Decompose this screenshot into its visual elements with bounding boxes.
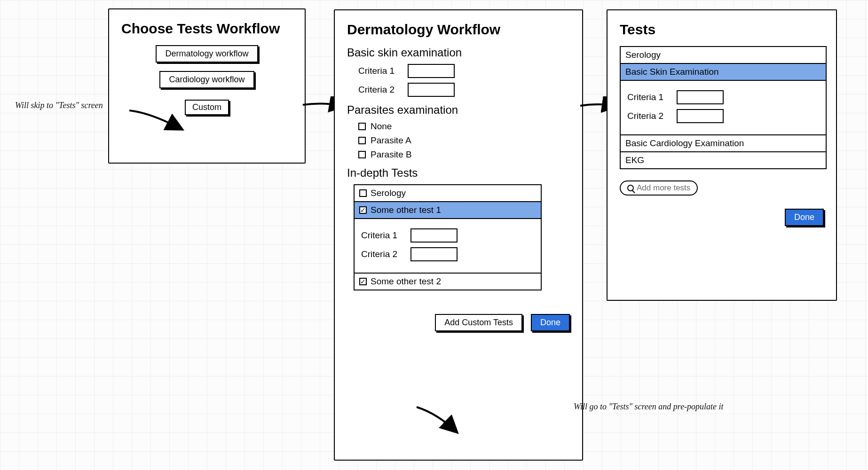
tests-basic-skin-criteria1-input[interactable] [677,90,724,104]
checkbox-none[interactable] [358,123,366,130]
indepth-listbox: Serology Some other test 1 Criteria 1 Cr… [354,184,542,290]
panel-choose-tests-workflow: Choose Tests Workflow Dermatology workfl… [108,8,306,164]
indepth-other1-criteria1-input[interactable] [410,228,458,243]
tests-row-ekg[interactable]: EKG [621,152,826,168]
cardiology-workflow-button[interactable]: Cardiology workflow [159,71,254,88]
parasite-option-a[interactable]: Parasite A [358,135,570,146]
tests-serology-label: Serology [625,50,661,60]
parasite-b-label: Parasite B [371,149,412,160]
panel3-done-button[interactable]: Done [785,209,824,226]
basic-skin-criteria2-label: Criteria 2 [358,85,395,95]
panel-tests: Tests Serology Basic Skin Examination Cr… [607,9,837,301]
indepth-other1-criteria2-input[interactable] [410,247,458,261]
annotation-skip-to-tests: Will skip to "Tests" screen [15,101,103,110]
indepth-other2-label: Some other test 2 [371,276,441,287]
checkbox-parasite-a[interactable] [358,137,366,144]
indepth-other1-criteria2-label: Criteria 2 [361,249,397,259]
custom-workflow-button[interactable]: Custom [185,100,229,115]
basic-skin-criteria1-label: Criteria 1 [358,66,395,76]
add-custom-tests-button[interactable]: Add Custom Tests [435,314,522,331]
tests-basic-skin-criteria1-label: Criteria 1 [627,92,663,102]
parasite-a-label: Parasite A [371,135,411,146]
checkbox-parasite-b[interactable] [358,151,366,158]
tests-row-basic-cardiology[interactable]: Basic Cardiology Examination [621,135,826,152]
tests-basic-skin-criteria2-input[interactable] [677,109,724,123]
checkbox-other1[interactable] [359,206,367,214]
indepth-row-other1[interactable]: Some other test 1 [355,202,541,219]
basic-skin-criteria1-input[interactable] [408,64,455,78]
indepth-row-serology[interactable]: Serology [355,185,541,202]
tests-ekg-label: EKG [625,155,644,165]
checkbox-serology[interactable] [359,189,367,197]
parasite-option-none[interactable]: None [358,121,570,132]
tests-basic-cardiology-label: Basic Cardiology Examination [625,138,744,149]
indepth-heading: In-depth Tests [347,166,570,180]
annotation-prepopulate: Will go to "Tests" screen and pre-popula… [574,402,724,412]
tests-basic-skin-detail: Criteria 1 Criteria 2 [621,81,826,135]
add-more-tests-search[interactable]: Add more tests [620,180,698,196]
parasite-none-label: None [371,121,392,132]
basic-skin-heading: Basic skin examination [347,46,570,59]
indepth-row-other2[interactable]: Some other test 2 [355,274,541,290]
panel2-title: Dermatology Workflow [347,22,570,38]
basic-skin-criteria2-input[interactable] [408,83,455,97]
tests-row-basic-skin[interactable]: Basic Skin Examination [621,64,826,81]
indepth-serology-label: Serology [371,188,406,198]
parasites-heading: Parasites examination [347,103,570,117]
tests-row-serology[interactable]: Serology [621,47,826,64]
tests-listbox: Serology Basic Skin Examination Criteria… [620,46,827,169]
panel-dermatology-workflow: Dermatology Workflow Basic skin examinat… [334,9,583,461]
add-more-tests-label: Add more tests [637,183,690,193]
panel1-title: Choose Tests Workflow [121,21,292,37]
indepth-other1-label: Some other test 1 [371,205,441,215]
tests-basic-skin-label: Basic Skin Examination [625,67,719,77]
panel2-done-button[interactable]: Done [531,314,570,331]
search-icon [627,185,634,191]
parasite-option-b[interactable]: Parasite B [358,149,570,160]
tests-basic-skin-criteria2-label: Criteria 2 [627,111,663,121]
panel3-title: Tests [620,22,824,38]
checkbox-other2[interactable] [359,278,367,285]
indepth-other1-detail: Criteria 1 Criteria 2 [355,219,541,274]
indepth-other1-criteria1-label: Criteria 1 [361,230,397,241]
dermatology-workflow-button[interactable]: Dermatology workflow [156,45,258,63]
